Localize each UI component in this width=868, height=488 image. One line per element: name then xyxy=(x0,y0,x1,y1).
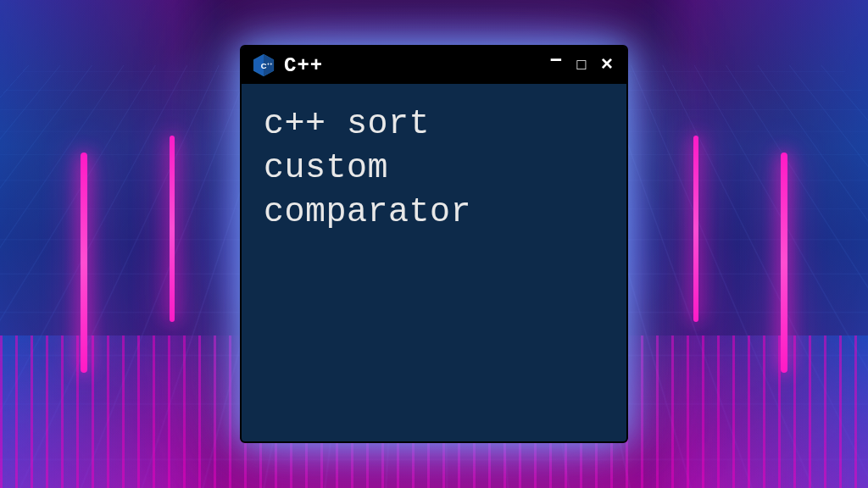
terminal-body: c++ sort custom comparator xyxy=(242,84,626,441)
body-line: c++ sort xyxy=(264,103,604,147)
neon-bar xyxy=(170,136,175,322)
body-line: comparator xyxy=(264,191,604,235)
svg-text:C: C xyxy=(261,62,267,70)
neon-bar xyxy=(81,152,87,373)
neon-bar xyxy=(693,136,698,322)
svg-text:+: + xyxy=(267,62,270,66)
titlebar[interactable]: C + + C++ – □ × xyxy=(242,47,626,84)
terminal-window: C + + C++ – □ × c++ sort custom comparat… xyxy=(240,45,628,443)
svg-text:+: + xyxy=(270,62,272,66)
cpp-logo-icon: C + + xyxy=(252,53,275,77)
maximize-button[interactable]: □ xyxy=(572,58,591,73)
close-button[interactable]: × xyxy=(598,55,616,75)
window-controls: – □ × xyxy=(547,53,616,77)
neon-bar xyxy=(781,152,787,373)
body-line: custom xyxy=(264,147,604,191)
window-title: C++ xyxy=(284,54,538,77)
minimize-button[interactable]: – xyxy=(547,48,565,72)
